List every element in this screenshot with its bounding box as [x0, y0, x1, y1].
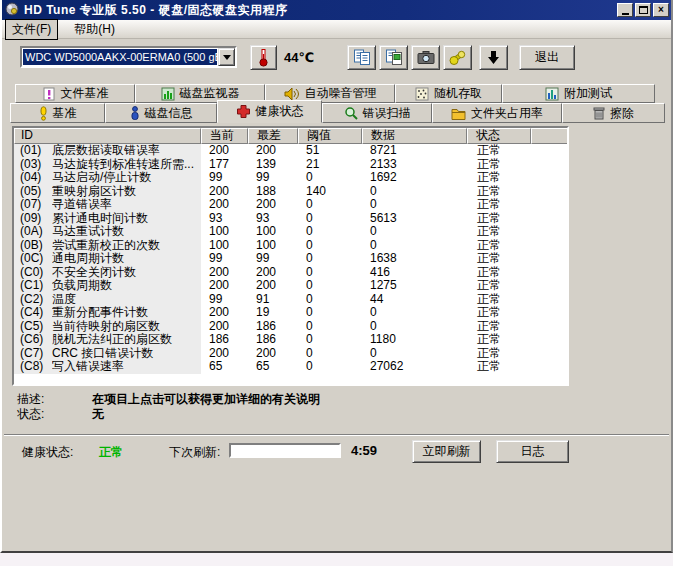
tab-erase[interactable]: 擦除: [562, 103, 665, 123]
tab-folder-usage[interactable]: 文件夹占用率: [432, 103, 562, 123]
window-title: HD Tune 专业版 5.50 - 硬盘/固态硬盘实用程序: [24, 2, 615, 19]
tab-health-status[interactable]: 健康状态: [217, 100, 322, 123]
table-row[interactable]: (05) 重映射扇区计数 200 188 140 0 正常: [14, 185, 567, 199]
maximize-button[interactable]: [635, 3, 651, 17]
threshold-value: 0: [298, 239, 362, 253]
temperature-button[interactable]: [250, 45, 277, 70]
tab-extra-tests[interactable]: 附加测试: [502, 84, 655, 103]
temperature-value: 44℃: [284, 50, 314, 65]
drive-select-dropdown[interactable]: WDC WD5000AAKX-00ERMA0 (500 gB): [20, 46, 237, 68]
screenshot-button[interactable]: [411, 45, 440, 70]
current-value: 177: [201, 158, 248, 172]
attribute-id: (0B): [20, 239, 52, 253]
log-button[interactable]: 日志: [496, 440, 569, 463]
maximize-icon: [639, 6, 648, 14]
table-row[interactable]: (C8) 写入错误速率 65 65 0 27062 正常: [14, 360, 567, 374]
attribute-id: (03): [20, 158, 52, 172]
attribute-id: (05): [20, 185, 52, 199]
attribute-cell: (C8) 写入错误速率: [14, 360, 201, 374]
worst-value: 91: [248, 293, 298, 307]
current-value: 200: [201, 320, 248, 334]
threshold-value: 0: [298, 252, 362, 266]
threshold-value: 0: [298, 198, 362, 212]
attribute-id: (C7): [20, 347, 52, 361]
threshold-value: 51: [298, 144, 362, 158]
current-value: 200: [201, 198, 248, 212]
minimize-button[interactable]: [617, 3, 633, 17]
table-row[interactable]: (C0) 不安全关闭计数 200 200 0 416 正常: [14, 266, 567, 280]
column-header-worst[interactable]: 最差: [248, 128, 298, 144]
table-row[interactable]: (09) 累计通电时间计数 93 93 0 5613 正常: [14, 212, 567, 226]
table-row[interactable]: (0A) 马达重试计数 100 100 0 0 正常: [14, 225, 567, 239]
table-row[interactable]: (C6) 脱机无法纠正的扇区数 186 186 0 1180 正常: [14, 333, 567, 347]
table-row[interactable]: (C5) 当前待映射的扇区数 200 186 0 0 正常: [14, 320, 567, 334]
column-header-threshold[interactable]: 阈值: [298, 128, 362, 144]
column-header-data[interactable]: 数据: [362, 128, 467, 144]
status-value: 正常: [467, 279, 531, 293]
menu-file[interactable]: 文件(F): [5, 19, 58, 40]
threshold-value: 0: [298, 279, 362, 293]
menu-bar: 文件(F) 帮助(H): [2, 20, 671, 39]
description-value: 在项目上点击可以获得更加详细的有关说明: [92, 391, 320, 408]
tab-random-access[interactable]: 随机存取: [395, 84, 502, 103]
table-row[interactable]: (C4) 重新分配事件计数 200 19 0 0 正常: [14, 306, 567, 320]
current-value: 200: [201, 144, 248, 158]
options-button[interactable]: [443, 45, 472, 70]
menu-help[interactable]: 帮助(H): [68, 20, 121, 39]
column-header-id[interactable]: ID: [14, 128, 201, 144]
error-scan-icon: [344, 106, 358, 120]
attribute-name: 当前待映射的扇区数: [52, 320, 201, 334]
speaker-icon: [284, 87, 300, 101]
state-value: 无: [92, 406, 104, 423]
close-button[interactable]: ×: [653, 3, 669, 17]
attribute-id: (0A): [20, 225, 52, 239]
current-value: 200: [201, 306, 248, 320]
column-header-current[interactable]: 当前: [201, 128, 248, 144]
column-header-status[interactable]: 状态: [467, 128, 531, 144]
table-row[interactable]: (C7) CRC 接口错误计数 200 200 0 0 正常: [14, 347, 567, 361]
copy-text-button[interactable]: [347, 45, 376, 70]
tab-label: 随机存取: [434, 85, 482, 102]
table-row[interactable]: (C2) 温度 99 91 0 44 正常: [14, 293, 567, 307]
copy-text-icon: [353, 49, 371, 66]
status-value: 正常: [467, 320, 531, 334]
tab-benchmark[interactable]: 基准: [10, 103, 105, 123]
attribute-cell: (C7) CRC 接口错误计数: [14, 347, 201, 361]
attribute-cell: (01) 底层数据读取错误率: [14, 144, 201, 158]
table-row[interactable]: (04) 马达启动/停止计数 99 99 0 1692 正常: [14, 171, 567, 185]
table-row[interactable]: (07) 寻道错误率 200 200 0 0 正常: [14, 198, 567, 212]
tab-disk-info[interactable]: 磁盘信息: [105, 103, 217, 123]
attribute-id: (C2): [20, 293, 52, 307]
table-row[interactable]: (01) 底层数据读取错误率 200 200 51 8721 正常: [14, 144, 567, 158]
table-row[interactable]: (03) 马达旋转到标准转速所需... 177 139 21 2133 正常: [14, 158, 567, 172]
exit-button[interactable]: 退出: [519, 45, 575, 70]
data-value: 5613: [362, 212, 467, 226]
status-value: 正常: [467, 347, 531, 361]
copy-image-button[interactable]: [379, 45, 408, 70]
copy-image-icon: [385, 49, 403, 66]
attribute-id: (C4): [20, 306, 52, 320]
attribute-id: (C1): [20, 279, 52, 293]
table-row[interactable]: (0C) 通电周期计数 99 99 0 1638 正常: [14, 252, 567, 266]
refresh-now-button[interactable]: 立即刷新: [412, 440, 481, 463]
data-value: 0: [362, 198, 467, 212]
attribute-id: (C0): [20, 266, 52, 280]
drive-select-value: WDC WD5000AAKX-00ERMA0 (500 gB): [23, 49, 217, 65]
worst-value: 200: [248, 279, 298, 293]
dropdown-arrow-button[interactable]: [218, 48, 235, 66]
table-row[interactable]: (0B) 尝试重新校正的次数 100 100 0 0 正常: [14, 239, 567, 253]
tab-label: 文件夹占用率: [471, 105, 543, 122]
tab-error-scan[interactable]: 错误扫描: [322, 103, 432, 123]
tab-file-benchmark[interactable]: 文件基准: [15, 84, 135, 103]
threshold-value: 0: [298, 171, 362, 185]
attribute-name: 重映射扇区计数: [52, 185, 201, 199]
table-row[interactable]: (C1) 负载周期数 200 200 0 1275 正常: [14, 279, 567, 293]
attribute-name: 通电周期计数: [52, 252, 201, 266]
next-refresh-label: 下次刷新:: [169, 444, 220, 461]
status-value: 正常: [467, 252, 531, 266]
title-bar[interactable]: HD Tune 专业版 5.50 - 硬盘/固态硬盘实用程序 ×: [2, 0, 671, 20]
attribute-cell: (C2) 温度: [14, 293, 201, 307]
health-cross-icon: [236, 104, 251, 119]
scroll-down-button[interactable]: [479, 45, 508, 70]
attribute-name: 马达旋转到标准转速所需...: [52, 158, 201, 172]
